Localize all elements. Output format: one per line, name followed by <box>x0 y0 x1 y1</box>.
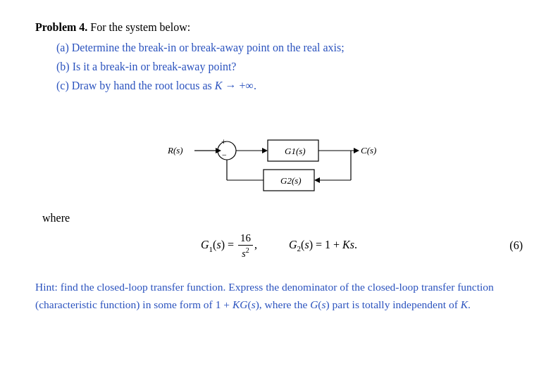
problem-header: Problem 4. For the system below: <box>35 21 523 34</box>
svg-marker-8 <box>354 148 359 153</box>
g1-numerator: 16 <box>238 232 253 246</box>
where-section: where G1(s) = 16 s2 , G2(s) = 1 + Ks. (6… <box>35 212 523 260</box>
svg-text:G2(s): G2(s) <box>280 175 302 186</box>
svg-text:+: + <box>221 137 226 147</box>
output-label: C(s) <box>361 145 376 156</box>
g1-denominator: s2 <box>240 246 251 260</box>
hint-section: Hint: find the closed-loop transfer func… <box>35 278 523 314</box>
equation-g2: G2(s) = 1 + Ks. <box>289 239 357 253</box>
part-a: (a) Determine the break-in or break-away… <box>56 38 523 57</box>
problem-parts: (a) Determine the break-in or break-away… <box>35 38 523 96</box>
svg-marker-11 <box>314 177 320 183</box>
problem-intro: For the system below: <box>90 21 190 33</box>
hint-text: Hint: find the closed-loop transfer func… <box>35 278 523 314</box>
svg-marker-1 <box>216 148 221 153</box>
part-c: (c) Draw by hand the root locus as K → +… <box>56 76 523 95</box>
svg-marker-5 <box>262 148 268 153</box>
equation-row: G1(s) = 16 s2 , G2(s) = 1 + Ks. (6) <box>35 232 523 260</box>
input-label: R(s) <box>167 145 183 156</box>
equation-number: (6) <box>509 239 523 252</box>
problem-number: Problem 4. <box>35 21 87 33</box>
equation-g1: G1(s) = 16 s2 , <box>201 232 257 260</box>
svg-text:−: − <box>222 150 227 160</box>
block-diagram-container: R(s) + − G1(s) C(s) G2(s) <box>35 117 523 198</box>
problem-statement: Problem 4. For the system below: (a) Det… <box>35 21 523 96</box>
block-diagram: R(s) + − G1(s) C(s) G2(s) <box>159 117 399 198</box>
where-label: where <box>42 212 523 225</box>
svg-text:G1(s): G1(s) <box>285 146 306 156</box>
g1-fraction: 16 s2 <box>238 232 253 260</box>
part-b: (b) Is it a break-in or break-away point… <box>56 57 523 76</box>
